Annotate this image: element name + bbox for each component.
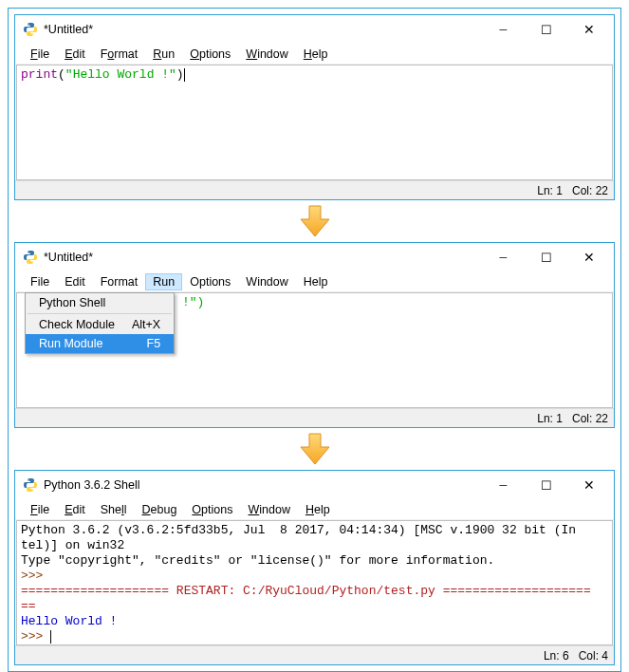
menu-help[interactable]: Help [298, 501, 338, 518]
shell-restart: == [21, 599, 608, 614]
python-icon [23, 477, 38, 493]
menu-shell[interactable]: Shell [93, 501, 135, 518]
status-col: Col: 22 [572, 184, 608, 197]
run-menu-dropdown: Python Shell Check ModuleAlt+X Run Modul… [25, 292, 175, 354]
menu-format[interactable]: Format [93, 273, 146, 290]
titlebar[interactable]: *Untitled* ─ ☐ ✕ [15, 243, 614, 271]
menu-options[interactable]: Options [182, 273, 238, 290]
menu-edit[interactable]: Edit [57, 273, 93, 290]
close-button[interactable]: ✕ [567, 472, 610, 498]
menu-run[interactable]: Run [145, 273, 182, 290]
menu-edit[interactable]: Edit [57, 501, 93, 518]
status-col: Col: 4 [579, 649, 608, 663]
minimize-button[interactable]: ─ [482, 16, 525, 43]
menu-run[interactable]: Run [145, 46, 182, 63]
shell-prompt: >>> [21, 629, 608, 644]
window-controls: ─ ☐ ✕ [482, 244, 610, 271]
window-title: *Untitled* [44, 251, 482, 264]
menu-window[interactable]: Window [238, 46, 295, 63]
maximize-button[interactable]: ☐ [525, 16, 567, 43]
menu-item-python-shell[interactable]: Python Shell [26, 293, 174, 312]
menu-item-run-module[interactable]: Run ModuleF5 [26, 334, 174, 353]
text-cursor [50, 630, 51, 644]
menu-options[interactable]: Options [184, 501, 240, 518]
shell-prompt: >>> [21, 569, 608, 584]
window-controls: ─ ☐ ✕ [482, 472, 610, 498]
menu-window[interactable]: Window [238, 273, 295, 290]
python-icon [23, 22, 38, 37]
menu-separator [28, 313, 172, 314]
menu-file[interactable]: File [23, 273, 57, 290]
menubar: File Edit Format Run Options Window Help [15, 44, 614, 65]
menubar: File Edit Format Run Options Window Help [15, 271, 614, 292]
minimize-button[interactable]: ─ [482, 472, 525, 498]
statusbar: Ln: 1 Col: 22 [15, 180, 614, 199]
menu-file[interactable]: File [23, 501, 57, 518]
arrow-down-icon [296, 430, 334, 468]
code-line: print("Hello World !") [21, 67, 608, 83]
window-controls: ─ ☐ ✕ [482, 16, 610, 43]
python-icon [23, 250, 38, 265]
statusbar: Ln: 1 Col: 22 [15, 408, 614, 427]
status-ln: Ln: 1 [537, 412, 563, 425]
shell-window: Python 3.6.2 Shell ─ ☐ ✕ File Edit Shell… [14, 470, 615, 665]
menu-options[interactable]: Options [182, 46, 238, 63]
shell-banner: Type "copyright", "credits" or "license(… [21, 553, 608, 569]
menu-window[interactable]: Window [240, 501, 297, 518]
shell-restart: ==================== RESTART: C:/RyuClou… [21, 584, 608, 599]
shell-banner: Python 3.6.2 (v3.6.2:5fd33b5, Jul 8 2017… [21, 523, 608, 538]
window-title: *Untitled* [44, 23, 482, 36]
close-button[interactable]: ✕ [567, 16, 610, 43]
menu-edit[interactable]: Edit [57, 46, 93, 63]
menu-help[interactable]: Help [296, 46, 336, 63]
status-ln: Ln: 1 [537, 184, 563, 197]
menubar: File Edit Shell Debug Options Window Hel… [15, 499, 614, 520]
menu-help[interactable]: Help [296, 273, 336, 290]
statusbar: Ln: 6 Col: 4 [15, 645, 614, 664]
menu-file[interactable]: File [23, 46, 57, 63]
titlebar[interactable]: *Untitled* ─ ☐ ✕ [15, 15, 614, 44]
menu-item-check-module[interactable]: Check ModuleAlt+X [26, 315, 174, 334]
status-col: Col: 22 [572, 412, 608, 425]
arrow-down-icon [296, 202, 334, 240]
close-button[interactable]: ✕ [567, 244, 610, 271]
editor-window-2: *Untitled* ─ ☐ ✕ File Edit Format Run Op… [14, 242, 615, 428]
shell-area[interactable]: Python 3.6.2 (v3.6.2:5fd33b5, Jul 8 2017… [16, 520, 613, 645]
window-title: Python 3.6.2 Shell [44, 478, 482, 492]
editor-area[interactable]: print("Hello World !") [16, 65, 613, 180]
menu-debug[interactable]: Debug [135, 501, 185, 518]
maximize-button[interactable]: ☐ [525, 472, 567, 498]
menu-format[interactable]: Format [93, 46, 146, 63]
titlebar[interactable]: Python 3.6.2 Shell ─ ☐ ✕ [15, 471, 614, 499]
text-cursor [184, 68, 185, 82]
shell-banner: tel)] on win32 [21, 538, 608, 553]
minimize-button[interactable]: ─ [482, 244, 525, 271]
editor-window-1: *Untitled* ─ ☐ ✕ File Edit Format Run Op… [14, 14, 615, 200]
maximize-button[interactable]: ☐ [525, 244, 567, 271]
status-ln: Ln: 6 [544, 649, 569, 663]
shell-output: Hello World ! [21, 614, 608, 629]
